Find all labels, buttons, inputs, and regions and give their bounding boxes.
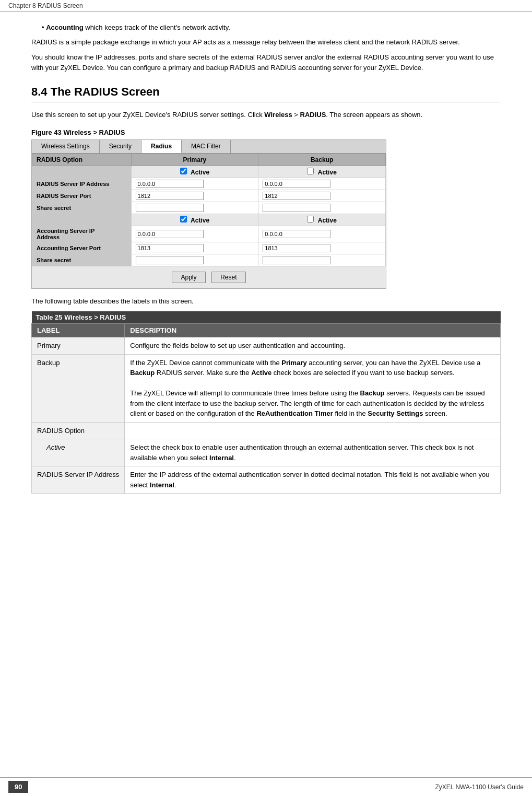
primary-accounting-secret-input[interactable]: [136, 256, 204, 264]
table-row-backup: Backup If the ZyXEL Device cannot commun…: [32, 354, 501, 422]
primary-accounting-port-cell: [131, 242, 258, 254]
active-option-label: [32, 166, 132, 178]
backup-accounting-ip-cell: [258, 226, 386, 242]
primary-server-port-cell: [131, 190, 258, 202]
backup-security-bold: Security Settings: [368, 409, 423, 417]
main-content: • Accounting which keeps track of the cl…: [0, 12, 532, 535]
accounting-backup-active-label: Active: [318, 217, 337, 224]
backup-share-secret-cell: [258, 202, 386, 214]
table-title-row: Table 25 Wireless > RADIUS: [32, 311, 501, 324]
accounting-primary-active-cell: Active: [131, 214, 258, 226]
desc-backup: If the ZyXEL Device cannot communicate w…: [125, 354, 501, 422]
col-header-option: RADIUS Option: [32, 154, 132, 166]
footer-page-number: 90: [8, 781, 28, 793]
tab-bar: Wireless Settings Security Radius MAC Fi…: [32, 140, 386, 154]
col-header-backup: Backup: [258, 154, 386, 166]
backup-accounting-ip-input[interactable]: [263, 230, 330, 238]
primary-server-ip-input[interactable]: [136, 180, 204, 188]
col-desc-header: DESCRIPTION: [125, 324, 501, 337]
backup-accounting-port-input[interactable]: [263, 244, 330, 252]
primary-server-ip-cell: [131, 178, 258, 190]
accounting-active-option-label: [32, 214, 132, 226]
intro-para2: You should know the IP addresses, ports …: [31, 52, 501, 73]
backup-active-checkbox[interactable]: [307, 168, 314, 174]
label-server-ip: RADIUS Server IP Address: [32, 466, 125, 494]
accounting-server-ip-label: Accounting Server IPAddress: [32, 226, 132, 242]
accounting-share-secret-label: Share secret: [32, 254, 132, 266]
primary-accounting-ip-input[interactable]: [136, 230, 204, 238]
tab-security[interactable]: Security: [100, 140, 141, 153]
backup-share-secret-input[interactable]: [263, 204, 330, 212]
table-header-row: LABEL DESCRIPTION: [32, 324, 501, 337]
primary-active-checkbox[interactable]: [180, 168, 187, 174]
primary-active-cell: Active: [131, 166, 258, 178]
table-row-radius-option: RADIUS Option: [32, 422, 501, 439]
backup-server-port-cell: [258, 190, 386, 202]
backup-accounting-secret-cell: [258, 254, 386, 266]
table-25: Table 25 Wireless > RADIUS LABEL DESCRIP…: [31, 311, 501, 494]
col-label-header: LABEL: [32, 324, 125, 337]
backup-server-port-input[interactable]: [263, 192, 330, 200]
primary-active-label: Active: [191, 169, 209, 176]
page-footer: 90 ZyXEL NWA-1100 User's Guide: [0, 777, 532, 796]
intro-para1: RADIUS is a simple package exchange in w…: [31, 37, 501, 48]
table-row-server-ip: RADIUS Server IP Address Enter the IP ad…: [32, 466, 501, 494]
backup-accounting-secret-input[interactable]: [263, 256, 330, 264]
table-row-primary: Primary Configure the fields below to se…: [32, 337, 501, 355]
figure-label: Figure 43 Wireless > RADIUS: [31, 128, 501, 136]
primary-share-secret-input[interactable]: [136, 204, 204, 212]
label-active: Active: [32, 439, 125, 466]
primary-accounting-secret-cell: [131, 254, 258, 266]
wireless-bold: Wireless: [264, 111, 292, 119]
accounting-bold: Accounting: [46, 24, 84, 31]
accounting-server-port-label: Accounting Server Port: [32, 242, 132, 254]
backup-server-ip-cell: [258, 178, 386, 190]
radius-bold: RADIUS: [300, 111, 326, 119]
bullet-accounting: • Accounting which keeps track of the cl…: [42, 22, 501, 33]
desc-server-ip: Enter the IP address of the external aut…: [125, 466, 501, 494]
desc-text: The following table describes the labels…: [31, 296, 501, 307]
backup-backup-bold2: Backup: [360, 389, 385, 397]
backup-active-cell: Active: [258, 166, 386, 178]
primary-accounting-ip-cell: [131, 226, 258, 242]
server-ip-internal-bold: Internal: [150, 481, 174, 489]
backup-backup-bold: Backup: [130, 369, 155, 377]
desc-radius-option: [125, 422, 501, 439]
tab-mac-filter[interactable]: MAC Filter: [182, 140, 231, 153]
footer-guide-title: ZyXEL NWA-1100 User's Guide: [435, 783, 524, 791]
tab-radius[interactable]: Radius: [141, 140, 182, 153]
primary-server-port-input[interactable]: [136, 192, 204, 200]
backup-accounting-port-cell: [258, 242, 386, 254]
accounting-primary-active-label: Active: [191, 217, 209, 224]
table-row-active: Active Select the check box to enable us…: [32, 439, 501, 466]
accounting-backup-active-checkbox[interactable]: [307, 216, 314, 223]
apply-button[interactable]: Apply: [172, 272, 205, 283]
section-body: Use this screen to set up your ZyXEL Dev…: [31, 110, 501, 120]
tab-wireless-settings[interactable]: Wireless Settings: [32, 140, 100, 153]
backup-reauth-bold: ReAuthentication Timer: [256, 409, 333, 417]
chapter-title: Chapter 8 RADIUS Screen: [8, 2, 83, 9]
figure-buttons: Apply Reset: [32, 266, 386, 288]
share-secret-label: Share secret: [32, 202, 132, 214]
label-radius-option: RADIUS Option: [32, 422, 125, 439]
primary-share-secret-cell: [131, 202, 258, 214]
reset-button[interactable]: Reset: [211, 272, 245, 283]
radius-settings-table: RADIUS Option Primary Backup Active Acti…: [32, 154, 386, 266]
desc-active: Select the check box to enable user auth…: [125, 439, 501, 466]
accounting-backup-active-cell: Active: [258, 214, 386, 226]
server-ip-label: RADIUS Server IP Address: [32, 178, 132, 190]
backup-server-ip-input[interactable]: [263, 180, 330, 188]
section-heading: 8.4 The RADIUS Screen: [31, 85, 501, 102]
desc-primary: Configure the fields below to set up use…: [125, 337, 501, 355]
label-backup: Backup: [32, 354, 125, 422]
active-internal-bold: Internal: [209, 454, 234, 462]
col-header-primary: Primary: [131, 154, 258, 166]
accounting-text: which keeps track of the client's networ…: [84, 24, 230, 31]
backup-active-bold: Active: [251, 369, 271, 377]
accounting-primary-active-checkbox[interactable]: [180, 216, 187, 223]
server-port-label: RADIUS Server Port: [32, 190, 132, 202]
backup-active-label: Active: [318, 169, 337, 176]
backup-primary-bold: Primary: [281, 359, 306, 367]
primary-accounting-port-input[interactable]: [136, 244, 204, 252]
intro-section: • Accounting which keeps track of the cl…: [31, 22, 501, 73]
